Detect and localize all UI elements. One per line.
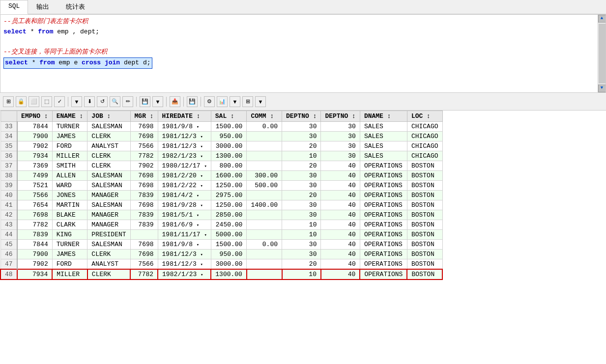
table-cell: 500.00 [247, 181, 282, 191]
table-cell: 30 [282, 132, 321, 141]
toolbar-btn-chart2[interactable]: ▼ [230, 96, 240, 107]
table-cell [247, 141, 282, 151]
table-cell: 7521 [17, 181, 53, 191]
table-cell: CHICAGO [407, 141, 442, 151]
toolbar-btn-save2[interactable]: ▼ [152, 96, 163, 107]
col-header-mgr[interactable]: MGR ↕ [130, 111, 158, 122]
col-header-ename[interactable]: ENAME ↕ [52, 111, 87, 122]
toolbar-btn-refresh[interactable]: ↺ [97, 96, 108, 107]
col-header-dname[interactable]: DNAME ↕ [360, 111, 407, 122]
table-cell: ANALYST [87, 259, 130, 270]
table-row[interactable]: 337844TURNERSALESMAN76981981/9/8 ▾1500.0… [0, 122, 442, 132]
col-header-job[interactable]: JOB ↕ [87, 111, 130, 122]
table-cell: SALES [360, 122, 407, 132]
highlighted-code: select * from emp e cross join dept d; [3, 57, 152, 69]
toolbar-btn-edit[interactable]: ✏ [122, 96, 133, 107]
table-cell: 7839 [130, 191, 158, 200]
table-row[interactable]: 487934MILLERCLERK77821982/1/23 ▾1300.001… [0, 269, 442, 280]
table-cell: OPERATIONS [360, 250, 407, 259]
toolbar-btn-table[interactable]: ⊞ [242, 96, 253, 107]
table-cell: 10 [282, 151, 321, 161]
scroll-down-arrow[interactable]: ▼ [598, 84, 606, 92]
toolbar-btn-copy[interactable]: ⬜ [29, 96, 39, 107]
table-cell: 0.00 [247, 240, 282, 250]
col-header-empno[interactable]: EMPNO ↕ [17, 111, 53, 122]
table-cell: 44 [0, 230, 17, 240]
table-cell: 7902 [17, 141, 53, 151]
table-cell: 34 [0, 132, 17, 141]
table-cell [247, 230, 282, 240]
toolbar-btn-check[interactable]: ✓ [54, 96, 65, 107]
table-cell: 1400.00 [247, 200, 282, 210]
table-cell: SALESMAN [87, 171, 130, 181]
col-header-sal[interactable]: SAL ↕ [211, 111, 247, 122]
table-cell: 20 [282, 259, 321, 270]
table-row[interactable]: 417654MARTINSALESMAN76981981/9/28 ▾1250.… [0, 200, 442, 210]
table-cell: 7844 [17, 240, 53, 250]
toolbar-btn-settings[interactable]: ⚙ [204, 96, 215, 107]
table-row[interactable]: 377369SMITHCLERK79021980/12/17 ▾800.0020… [0, 161, 442, 171]
table-row[interactable]: 367934MILLERCLERK77821982/1/23 ▾1300.001… [0, 151, 442, 161]
toolbar-btn-chart[interactable]: 📊 [217, 96, 228, 107]
table-cell: ALLEN [52, 171, 87, 181]
table-cell: 3000.00 [211, 141, 247, 151]
toolbar-btn-lock[interactable]: 🔒 [16, 96, 27, 107]
sql-editor[interactable]: --员工表和部门表左笛卡尔积 select * from emp , dept;… [0, 14, 606, 93]
table-cell: CLERK [87, 269, 130, 280]
table-cell [247, 161, 282, 171]
tab-sql[interactable]: SQL [0, 0, 28, 14]
table-cell: 7934 [17, 151, 53, 161]
col-header-hiredate[interactable]: HIREDATE ↕ [158, 111, 211, 122]
table-cell: 1981/12/3 ▾ [158, 132, 211, 141]
table-row[interactable]: 427698BLAKEMANAGER78391981/5/1 ▾2850.003… [0, 210, 442, 220]
table-row[interactable]: 387499ALLENSALESMAN76981981/2/20 ▾1600.0… [0, 171, 442, 181]
table-row[interactable]: 357902FORDANALYST75661981/12/3 ▾3000.002… [0, 141, 442, 151]
toolbar-btn-save[interactable]: 💾 [140, 96, 150, 107]
tab-output[interactable]: 输出 [28, 0, 58, 14]
toolbar-btn-find[interactable]: 🔍 [110, 96, 120, 107]
table-cell: MANAGER [87, 220, 130, 230]
table-cell: 40 [321, 191, 360, 200]
toolbar-btn-grid[interactable]: ⊞ [3, 96, 14, 107]
editor-scrollbar[interactable]: ▲ ▼ [598, 15, 606, 92]
table-cell: CHICAGO [407, 151, 442, 161]
col-header-loc[interactable]: LOC ↕ [407, 111, 442, 122]
toolbar-btn-import[interactable]: 📥 [170, 96, 180, 107]
table-cell: 1600.00 [211, 171, 247, 181]
table-row[interactable]: 457844TURNERSALESMAN76981981/9/8 ▾1500.0… [0, 240, 442, 250]
table-row[interactable]: 477902FORDANALYST75661981/12/3 ▾3000.002… [0, 259, 442, 270]
table-cell: JONES [52, 191, 87, 200]
table-cell: BOSTON [407, 171, 442, 181]
table-cell: BOSTON [407, 181, 442, 191]
tab-stats[interactable]: 统计表 [58, 0, 93, 14]
table-cell: BLAKE [52, 210, 87, 220]
scroll-thumb[interactable] [599, 24, 606, 84]
toolbar-btn-down[interactable]: ▼ [71, 96, 82, 107]
toolbar-btn-copy2[interactable]: ⬚ [41, 96, 52, 107]
table-cell: 1500.00 [211, 240, 247, 250]
table-row[interactable]: 397521WARDSALESMAN76981981/2/22 ▾1250.00… [0, 181, 442, 191]
table-row[interactable]: 407566JONESMANAGER78391981/4/2 ▾2975.002… [0, 191, 442, 200]
scroll-up-arrow[interactable]: ▲ [598, 15, 606, 23]
toolbar-btn-down2[interactable]: ⬇ [84, 96, 95, 107]
sep-3 [166, 97, 167, 107]
table-cell: 37 [0, 161, 17, 171]
table-cell: 40 [321, 171, 360, 181]
table-row[interactable]: 447839KINGPRESIDENT1981/11/17 ▾5000.0010… [0, 230, 442, 240]
table-cell: 40 [321, 250, 360, 259]
result-table-container[interactable]: EMPNO ↕ ENAME ↕ JOB ↕ MGR ↕ HIREDATE ↕ S… [0, 111, 606, 364]
col-header-comm[interactable]: COMM ↕ [247, 111, 282, 122]
table-row[interactable]: 467900JAMESCLERK76981981/12/3 ▾950.00304… [0, 250, 442, 259]
col-header-deptno2[interactable]: DEPTNO ↕ [321, 111, 360, 122]
table-cell: SMITH [52, 161, 87, 171]
table-cell: 7698 [130, 250, 158, 259]
col-header-deptno1[interactable]: DEPTNO ↕ [282, 111, 321, 122]
table-row[interactable]: 347900JAMESCLERK76981981/12/3 ▾950.00303… [0, 132, 442, 141]
table-cell: OPERATIONS [360, 269, 407, 280]
table-cell: 20 [282, 141, 321, 151]
table-row[interactable]: 437782CLARKMANAGER78391981/6/9 ▾2450.001… [0, 220, 442, 230]
editor-line-1: --员工表和部门表左笛卡尔积 [3, 17, 603, 27]
toolbar-btn-table2[interactable]: ▼ [255, 96, 266, 107]
toolbar-btn-save3[interactable]: 💾 [187, 96, 198, 107]
table-cell: 10 [282, 220, 321, 230]
